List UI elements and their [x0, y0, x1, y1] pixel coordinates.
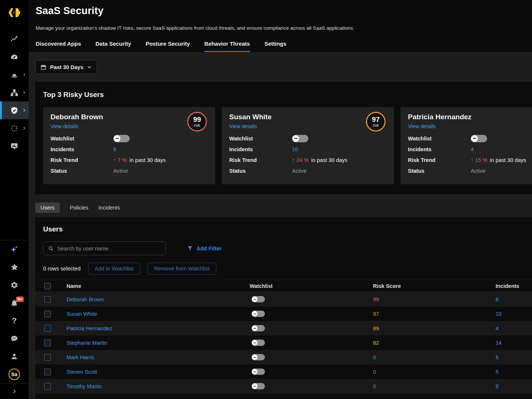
- watchlist-toggle[interactable]: [252, 383, 265, 389]
- chevron-right-icon: [22, 72, 26, 77]
- risk-score-cell: 82: [372, 340, 495, 346]
- incidents-link[interactable]: 4: [496, 325, 499, 331]
- row-checkbox[interactable]: [44, 325, 51, 332]
- risk-score-label: risk: [194, 123, 200, 127]
- sidebar-item-account[interactable]: [0, 347, 29, 365]
- watchlist-toggle[interactable]: [252, 325, 265, 331]
- incidents-count[interactable]: 4: [471, 146, 474, 152]
- user-name-link[interactable]: Stephanie Martin: [66, 340, 107, 346]
- calendar-icon: [40, 64, 46, 70]
- column-header-name[interactable]: Name: [66, 283, 250, 289]
- risk-trend-value: ↑ 7 % in past 30 days: [113, 157, 166, 163]
- incidents-link[interactable]: 6: [496, 296, 499, 302]
- search-input[interactable]: [57, 246, 161, 252]
- watchlist-toggle[interactable]: [252, 311, 265, 317]
- watchlist-toggle[interactable]: [252, 369, 265, 375]
- incidents-link[interactable]: 5: [496, 354, 499, 360]
- sidebar-item-saas-security[interactable]: [0, 101, 29, 119]
- view-details-link[interactable]: View details: [408, 123, 435, 129]
- risk-score-badge: 97 risk: [366, 112, 386, 132]
- incidents-link[interactable]: 8: [496, 383, 499, 389]
- sidebar-item-favorites[interactable]: [0, 258, 29, 276]
- sidebar-item-network[interactable]: [0, 84, 29, 101]
- brand-logo[interactable]: [0, 0, 29, 25]
- tab-discovered-apps[interactable]: Discovered Apps: [36, 40, 81, 52]
- row-checkbox[interactable]: [44, 383, 51, 390]
- tab-incidents[interactable]: Incidents: [98, 202, 120, 213]
- add-to-watchlist-button[interactable]: Add to Watchlist: [88, 263, 140, 275]
- column-header-risk-score[interactable]: Risk Score: [372, 283, 495, 289]
- risky-user-card: Susan White 97 risk View details Watchli…: [222, 107, 394, 184]
- incidents-link[interactable]: 5: [496, 369, 499, 375]
- tab-data-security[interactable]: Data Security: [95, 40, 131, 52]
- view-details-link[interactable]: View details: [229, 123, 257, 129]
- table-row: Patricia Hernandez 89 4: [35, 321, 532, 335]
- toggle-knob: [114, 135, 120, 142]
- sidebar-item-alerts[interactable]: [0, 66, 29, 84]
- trend-percent: 7 %: [118, 157, 127, 163]
- watchlist-label: Watchlist: [51, 136, 113, 142]
- user-name-link[interactable]: Susan White: [66, 311, 97, 317]
- row-checkbox[interactable]: [44, 369, 51, 375]
- users-panel: Users Add Filter 0 rows selected A: [35, 217, 532, 399]
- watchlist-toggle[interactable]: [252, 296, 265, 302]
- row-checkbox[interactable]: [44, 296, 51, 303]
- watchlist-toggle[interactable]: [252, 340, 265, 346]
- add-filter-button[interactable]: Add Filter: [187, 245, 222, 252]
- row-checkbox[interactable]: [44, 354, 51, 361]
- status-value: Active: [113, 168, 128, 174]
- column-header-incidents[interactable]: Incidents: [495, 283, 532, 289]
- sidebar-item-user-avatar[interactable]: Sa: [0, 365, 29, 383]
- row-checkbox[interactable]: [44, 340, 51, 346]
- user-name-link[interactable]: Patricia Hernandez: [66, 325, 112, 331]
- incidents-link[interactable]: 10: [496, 311, 502, 317]
- sidebar-item-dashboard[interactable]: [0, 48, 29, 66]
- select-all-checkbox[interactable]: [44, 283, 51, 289]
- row-checkbox[interactable]: [44, 311, 51, 317]
- table-row: Mark Harris 0 5: [35, 350, 532, 364]
- tab-posture-security[interactable]: Posture Security: [146, 40, 190, 52]
- toggle-knob: [252, 311, 257, 317]
- status-label: Status: [408, 168, 471, 174]
- user-name-link[interactable]: Deborah Brown: [66, 296, 104, 302]
- sidebar-item-chat[interactable]: [0, 330, 29, 347]
- time-range-dropdown[interactable]: Past 30 Days: [35, 60, 97, 74]
- sidebar-item-activity-insights[interactable]: [0, 30, 29, 48]
- toggle-knob: [252, 369, 257, 374]
- tab-settings[interactable]: Settings: [265, 40, 286, 52]
- sidebar-item-ai-assistant[interactable]: [0, 240, 29, 258]
- panw-logo-icon: [7, 5, 22, 20]
- sidebar-expand-button[interactable]: [0, 383, 29, 399]
- sidebar-item-reports[interactable]: [0, 137, 29, 155]
- watchlist-toggle[interactable]: [113, 135, 130, 142]
- toggle-knob: [252, 383, 257, 389]
- watchlist-toggle[interactable]: [292, 135, 308, 142]
- tab-behavior-threats[interactable]: Behavior Threats: [204, 40, 250, 52]
- user-name: Susan White: [229, 113, 386, 121]
- incidents-count[interactable]: 10: [292, 146, 298, 152]
- risk-score-value: 99: [193, 116, 201, 123]
- user-name-link[interactable]: Mark Harris: [66, 354, 94, 360]
- remove-from-watchlist-button[interactable]: Remove from Watchlist: [147, 263, 216, 275]
- incidents-link[interactable]: 14: [496, 340, 502, 346]
- shield-check-icon: [10, 106, 19, 115]
- column-header-watchlist[interactable]: Watchlist: [250, 283, 372, 289]
- watchlist-toggle[interactable]: [252, 354, 265, 360]
- card-info: Watchlist Incidents 4 Risk Trend ↑ 15 %: [408, 133, 532, 176]
- view-details-link[interactable]: View details: [51, 123, 78, 129]
- user-name-link[interactable]: Steven Scott: [66, 369, 97, 375]
- sidebar-item-help[interactable]: ?: [0, 312, 29, 330]
- sidebar-item-settings[interactable]: [0, 276, 29, 294]
- tab-policies[interactable]: Policies: [70, 202, 88, 213]
- watchlist-toggle[interactable]: [471, 135, 487, 142]
- siren-icon: [10, 71, 19, 79]
- toggle-knob: [252, 296, 257, 302]
- incidents-count[interactable]: 6: [113, 146, 116, 152]
- tab-users[interactable]: Users: [35, 202, 60, 213]
- user-name-link[interactable]: Timothy Martin: [66, 383, 102, 389]
- incidents-label: Incidents: [408, 146, 471, 152]
- filter-funnel-icon: [187, 245, 193, 252]
- sidebar-item-notifications[interactable]: 9+: [0, 294, 29, 312]
- sidebar-item-services[interactable]: [0, 119, 29, 137]
- status-value: Active: [471, 168, 486, 174]
